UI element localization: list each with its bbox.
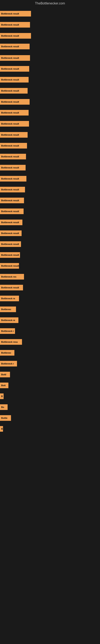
bottleneck-bar-13: Bottleneck result <box>0 154 26 160</box>
bottleneck-bar-0: Bottleneck result <box>0 11 31 16</box>
bar-label-21: Bottleneck result <box>1 243 19 245</box>
bar-label-33: Bottl <box>1 373 6 376</box>
bottleneck-bar-1: Bottleneck result <box>0 22 30 28</box>
bottleneck-bar-33: Bottl <box>0 372 10 377</box>
bar-label-32: Bottleneck r <box>1 362 14 365</box>
bar-label-6: Bottleneck result <box>1 78 19 81</box>
bottleneck-bar-32: Bottleneck r <box>0 361 17 366</box>
bar-label-34: Bott <box>1 384 6 386</box>
bar-label-29: Bottleneck r <box>1 330 14 332</box>
bar-label-19: Bottleneck result <box>1 221 19 224</box>
bottleneck-bar-7: Bottleneck result <box>0 88 28 94</box>
bottleneck-bar-20: Bottleneck result <box>0 230 22 236</box>
bar-label-22: Bottleneck result <box>1 254 19 256</box>
bar-label-17: Bottleneck result <box>1 199 19 202</box>
bar-label-16: Bottleneck result <box>1 188 19 191</box>
bar-label-26: Bottleneck re <box>1 297 15 300</box>
bottleneck-bar-25: Bottleneck result <box>0 285 23 290</box>
bar-label-20: Bottleneck result <box>1 232 19 234</box>
chart-container: Bottleneck resultBottleneck resultBottle… <box>0 7 100 641</box>
bottleneck-bar-8: Bottleneck result <box>0 99 30 105</box>
bottleneck-bar-24: Bottleneck res <box>0 274 24 280</box>
bar-label-2: Bottleneck result <box>1 34 19 37</box>
bottleneck-bar-17: Bottleneck result <box>0 198 24 203</box>
bar-label-5: Bottleneck result <box>1 68 19 70</box>
bar-label-18: Bottleneck result <box>1 210 19 212</box>
bar-label-36: Bo <box>1 406 4 408</box>
bottleneck-bar-27: Bottlenec <box>0 306 16 312</box>
bottleneck-bar-28: Bottleneck re <box>0 317 18 323</box>
bar-label-23: Bottleneck result <box>1 265 19 267</box>
bottleneck-bar-26: Bottleneck re <box>0 296 19 301</box>
bottleneck-bar-14: Bottleneck result <box>0 165 26 170</box>
bottleneck-bar-19: Bottleneck result <box>0 220 22 225</box>
bottleneck-bar-2: Bottleneck result <box>0 33 31 39</box>
bottleneck-bar-23: Bottleneck result <box>0 263 19 269</box>
bottleneck-bar-30: Bottleneck resu <box>0 339 22 345</box>
bottleneck-bar-35: B <box>0 394 3 399</box>
bar-label-28: Bottleneck re <box>1 319 15 322</box>
bar-label-13: Bottleneck result <box>1 155 19 158</box>
bottleneck-bar-4: Bottleneck result <box>0 55 30 61</box>
bottleneck-bar-6: Bottleneck result <box>0 77 29 82</box>
bar-label-3: Bottleneck result <box>1 45 19 48</box>
bar-label-27: Bottlenec <box>1 308 11 310</box>
site-title: TheBottlenecker.com <box>0 0 100 7</box>
bottleneck-bar-31: Bottlenec <box>0 350 14 356</box>
bar-label-14: Bottleneck result <box>1 166 19 169</box>
bar-label-7: Bottleneck result <box>1 90 19 92</box>
bottleneck-bar-22: Bottleneck result <box>0 252 20 258</box>
bar-label-0: Bottleneck result <box>1 12 19 15</box>
bottleneck-bar-38: B <box>0 426 3 432</box>
bar-label-10: Bottleneck result <box>1 122 19 125</box>
bar-label-31: Bottlenec <box>1 352 11 354</box>
bar-label-1: Bottleneck result <box>1 24 19 26</box>
bar-label-12: Bottleneck result <box>1 144 19 147</box>
bottleneck-bar-3: Bottleneck result <box>0 44 30 49</box>
bottleneck-bar-21: Bottleneck result <box>0 241 21 247</box>
bar-label-35: B <box>1 395 3 398</box>
bottleneck-bar-10: Bottleneck result <box>0 121 29 126</box>
bottleneck-bar-29: Bottleneck r <box>0 328 15 334</box>
bar-label-24: Bottleneck res <box>1 276 16 278</box>
bottleneck-bar-15: Bottleneck result <box>0 176 26 182</box>
bottleneck-bar-34: Bott <box>0 382 8 388</box>
bar-label-15: Bottleneck result <box>1 178 19 180</box>
bottleneck-bar-16: Bottleneck result <box>0 187 25 192</box>
bottleneck-bar-37: Bottle <box>0 415 11 421</box>
bar-label-8: Bottleneck result <box>1 100 19 103</box>
bar-label-25: Bottleneck result <box>1 286 19 289</box>
bottleneck-bar-5: Bottleneck result <box>0 66 29 72</box>
bar-label-38: B <box>1 428 3 430</box>
bar-label-11: Bottleneck result <box>1 134 19 136</box>
bottleneck-bar-11: Bottleneck result <box>0 132 28 138</box>
bottleneck-bar-18: Bottleneck result <box>0 208 24 214</box>
bottleneck-bar-36: Bo <box>0 404 8 410</box>
bar-label-30: Bottleneck resu <box>1 341 18 343</box>
bar-label-4: Bottleneck result <box>1 57 19 59</box>
bottleneck-bar-9: Bottleneck result <box>0 110 29 116</box>
bar-label-9: Bottleneck result <box>1 112 19 114</box>
bottleneck-bar-12: Bottleneck result <box>0 143 27 148</box>
bar-label-37: Bottle <box>1 417 7 419</box>
